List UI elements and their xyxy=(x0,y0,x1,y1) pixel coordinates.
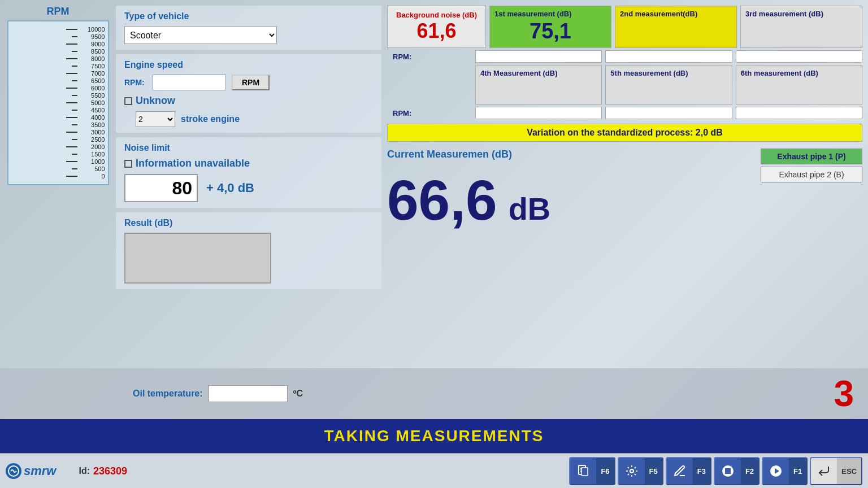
f3-icon xyxy=(667,458,693,484)
unknown-row: Unknow xyxy=(124,95,373,107)
rpm-tick-label: 0 xyxy=(80,173,105,180)
rpm-tick-row: 1500 xyxy=(11,151,105,158)
id-value: 236309 xyxy=(93,465,127,477)
vehicle-type-select[interactable]: Scooter Car Motorcycle Truck xyxy=(124,26,277,44)
rpm-tick-label: 9500 xyxy=(80,33,105,40)
rpm-button[interactable]: RPM xyxy=(232,75,270,90)
result-title: Result (dB) xyxy=(124,218,373,228)
rpm-field[interactable] xyxy=(153,75,226,90)
result-section: Result (dB) xyxy=(116,212,381,289)
f6-button[interactable]: F6 xyxy=(569,457,615,485)
rpm-row1-input-1[interactable] xyxy=(475,50,602,63)
rpm-tick-label: 5000 xyxy=(80,99,105,106)
f5-button[interactable]: F5 xyxy=(618,457,663,485)
measurement-3-box: 3rd measurement (dB) xyxy=(740,6,862,48)
current-meas-title: Current Measuremen (dB) xyxy=(387,149,755,160)
rpm-tick-label: 500 xyxy=(80,165,105,172)
rpm-tick-row: 2500 xyxy=(11,136,105,143)
footer-buttons: F6 F5 F3 xyxy=(569,457,862,485)
noise-limit-section: Noise limit Information unavailable + 4,… xyxy=(116,137,381,208)
rpm-tick-row: 6000 xyxy=(11,85,105,91)
engine-speed-section: Engine speed RPM: RPM Unknow 2 4 stroke … xyxy=(116,54,381,133)
rpm-tick-row: 9500 xyxy=(11,33,105,40)
big-db-display: 66,6 dB xyxy=(387,172,755,228)
info-unavail-row: Information unavailable xyxy=(124,158,373,169)
rpm-row1-input-3[interactable] xyxy=(736,50,862,63)
f3-key: F3 xyxy=(693,458,710,484)
rpm-tick-row: 8000 xyxy=(11,55,105,62)
rpm-tick-row: 7000 xyxy=(11,70,105,77)
stroke-label: stroke engine xyxy=(181,114,240,124)
measurement-number: 3 xyxy=(834,373,854,415)
rpm-tick-mark xyxy=(72,110,77,111)
measurements-row-2: 4th Measurement (dB) 5th measurement (dB… xyxy=(387,65,862,104)
vehicle-type-title: Type of vehicle xyxy=(124,11,373,21)
rpm-tick-row: 7500 xyxy=(11,63,105,69)
rpm-tick-label: 2000 xyxy=(80,143,105,150)
f5-icon xyxy=(619,458,645,484)
smrw-text: smrw xyxy=(24,464,56,478)
rpm-tick-label: 10000 xyxy=(80,26,105,33)
rpm-tick-label: 7000 xyxy=(80,70,105,77)
rpm-tick-mark xyxy=(66,146,77,147)
rpm-tick-mark xyxy=(66,176,77,177)
rpm-tick-row: 9000 xyxy=(11,41,105,47)
rpm-field-label: RPM: xyxy=(124,78,147,87)
rpm-tick-mark xyxy=(66,43,77,45)
rpm-row2-input-3[interactable] xyxy=(736,107,862,119)
rpm-tick-mark xyxy=(66,29,77,30)
f3-button[interactable]: F3 xyxy=(666,457,711,485)
rpm-tick-row: 8500 xyxy=(11,48,105,55)
rpm-tick-label: 2500 xyxy=(80,136,105,143)
rpm-row2-label: RPM: xyxy=(393,109,411,117)
rpm-tick-label: 9000 xyxy=(80,41,105,47)
rpm-row-2: RPM: xyxy=(387,107,862,119)
stroke-select[interactable]: 2 4 xyxy=(136,111,175,127)
f1-button[interactable]: F1 xyxy=(762,457,808,485)
main-container: RPM 100009500900085008000750070006500600… xyxy=(0,0,868,488)
f2-button[interactable]: F2 xyxy=(714,457,760,485)
right-panel: Background noise (dB) 61,6 1st measureme… xyxy=(387,6,862,363)
oil-temp-input[interactable] xyxy=(209,385,288,402)
rpm-tick-row: 5500 xyxy=(11,92,105,99)
rpm-tick-mark xyxy=(72,66,77,67)
current-meas-left: Current Measuremen (dB) 66,6 dB xyxy=(387,149,755,228)
rpm-row1-input-2[interactable] xyxy=(605,50,732,63)
noise-value-input[interactable] xyxy=(124,174,198,202)
rpm-row2-input-1[interactable] xyxy=(475,107,602,119)
current-meas-unit: dB xyxy=(509,190,551,227)
rpm-tick-row: 2000 xyxy=(11,143,105,150)
rpm-tick-mark xyxy=(66,58,77,59)
variation-bar: Variation on the standardized process: 2… xyxy=(387,124,862,142)
esc-button[interactable]: ESC xyxy=(810,457,862,485)
esc-icon xyxy=(811,458,837,484)
rpm-tick-mark xyxy=(72,124,77,125)
oil-temp-label: Oil temperature: xyxy=(133,389,203,399)
rpm-tick-label: 8000 xyxy=(80,55,105,62)
rpm-tick-row: 4500 xyxy=(11,107,105,114)
f1-icon xyxy=(763,458,789,484)
stroke-row: 2 4 stroke engine xyxy=(136,111,373,127)
svg-rect-5 xyxy=(581,468,588,476)
vehicle-type-section: Type of vehicle Scooter Car Motorcycle T… xyxy=(116,6,381,50)
f6-icon xyxy=(570,458,596,484)
rpm-tick-mark xyxy=(72,139,77,140)
measurement-1-box: 1st measurement (dB) 75,1 xyxy=(489,6,611,48)
exhaust-pipe-2-button[interactable]: Exhaust pipe 2 (B) xyxy=(761,167,862,182)
esc-key: ESC xyxy=(837,458,861,484)
measurement-6-title: 6th measurement (dB) xyxy=(741,69,857,77)
rpm-tick-label: 4500 xyxy=(80,107,105,114)
rpm-tick-label: 1000 xyxy=(80,158,105,165)
rpm-tick-row: 3500 xyxy=(11,121,105,128)
rpm-row2-input-2[interactable] xyxy=(605,107,732,119)
rpm-tick-label: 8500 xyxy=(80,48,105,55)
rpm-tick-mark xyxy=(66,161,77,162)
spacer-2 xyxy=(387,65,472,104)
info-unavail-checkbox[interactable] xyxy=(124,160,132,168)
measurement-6-box: 6th measurement (dB) xyxy=(736,65,862,104)
unknown-checkbox[interactable] xyxy=(124,97,132,105)
rpm-gauge-title: RPM xyxy=(47,6,70,18)
exhaust-pipe-1-button[interactable]: Exhaust pipe 1 (P) xyxy=(761,149,862,164)
pipe-buttons: Exhaust pipe 1 (P) Exhaust pipe 2 (B) xyxy=(761,149,862,182)
rpm-tick-row: 3000 xyxy=(11,129,105,136)
